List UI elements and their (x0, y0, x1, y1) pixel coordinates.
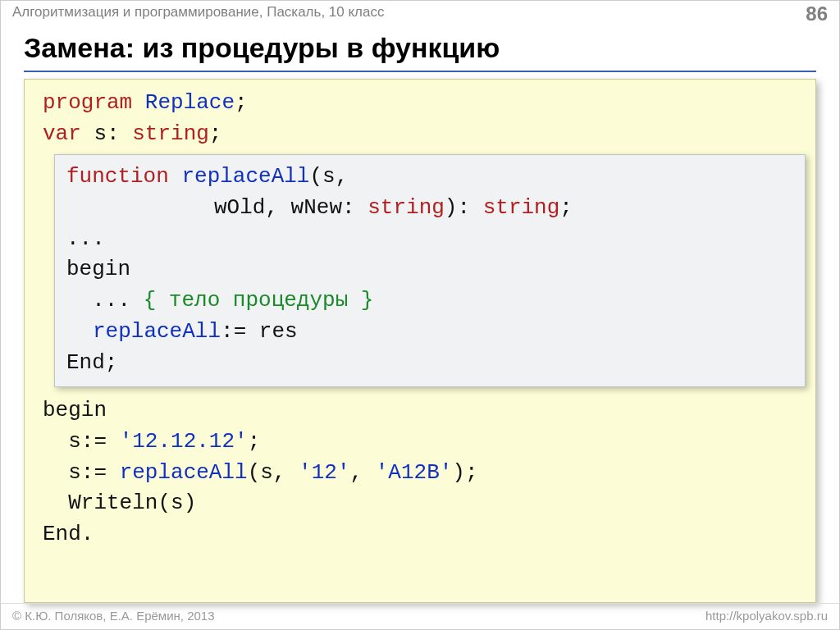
code-line: program Replace; (43, 88, 804, 119)
string-literal: '12.12.12' (120, 429, 248, 454)
kw-program: program (43, 90, 132, 115)
code-line: begin (43, 395, 804, 427)
code-line: End; (66, 348, 793, 379)
code-block-outer: program Replace; var s: string; function… (24, 79, 816, 603)
code-line: s:= replaceAll(s, '12', 'A12B'); (43, 458, 804, 489)
code-block-inner: function replaceAll(s, wOld, wNew: strin… (54, 154, 806, 387)
fn-name: replaceAll (181, 164, 309, 189)
footer-url: http://kpolyakov.spb.ru (705, 609, 828, 623)
copyright: © К.Ю. Поляков, Е.А. Ерёмин, 2013 (12, 609, 215, 623)
kw-var: var (43, 121, 81, 146)
code-line: replaceAll:= res (66, 317, 793, 348)
code-line: Writeln(s) (43, 488, 804, 519)
kw-function: function (66, 164, 169, 189)
prog-name: Replace (145, 90, 235, 115)
comment-body: { тело процедуры } (144, 288, 374, 313)
slide-header: Алгоритмизация и программирование, Паска… (1, 1, 839, 27)
string-literal: '12' (299, 460, 349, 485)
code-line: ... { тело процедуры } (66, 285, 793, 317)
page-number: 86 (806, 2, 828, 25)
title-rule (24, 71, 816, 72)
kw-string: string (368, 195, 445, 220)
code-line: ... (66, 224, 793, 255)
string-literal: 'A12B' (376, 460, 453, 485)
slide-footer: © К.Ю. Поляков, Е.А. Ерёмин, 2013 http:/… (1, 603, 839, 629)
code-line: var s: string; (43, 119, 804, 150)
fn-name: replaceAll (93, 319, 221, 344)
slide-title: Замена: из процедуры в функцию (1, 27, 839, 71)
code-line: End. (43, 519, 804, 550)
code-line: begin (66, 254, 793, 285)
breadcrumb: Алгоритмизация и программирование, Паска… (12, 4, 384, 21)
kw-string: string (132, 121, 209, 146)
fn-call: replaceAll (120, 460, 248, 485)
kw-string: string (483, 195, 560, 220)
code-line: function replaceAll(s, (66, 162, 793, 193)
code-line: wOld, wNew: string): string; (66, 193, 793, 224)
code-line: s:= '12.12.12'; (43, 427, 804, 458)
